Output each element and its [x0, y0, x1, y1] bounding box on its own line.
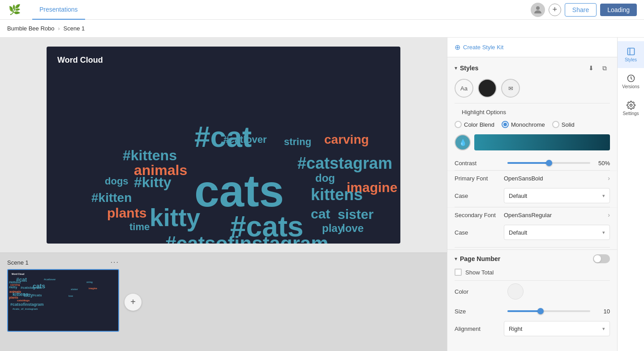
avatar: [531, 3, 545, 17]
alignment-select[interactable]: Right ▾: [504, 321, 610, 336]
logo: 🌿: [7, 3, 21, 17]
contrast-label: Contrast: [455, 160, 504, 167]
style-preset-dark[interactable]: [478, 79, 497, 98]
download-styles-btn[interactable]: ⬇: [586, 63, 597, 73]
case-select-chevron: ▾: [602, 193, 605, 199]
sidebar-styles-btn[interactable]: Styles: [618, 41, 644, 68]
show-total-label: Show Total: [465, 269, 494, 276]
show-total-checkbox[interactable]: [455, 269, 462, 276]
case-select[interactable]: Default ▾: [504, 188, 610, 203]
sidebar-settings-btn[interactable]: Settings: [618, 95, 644, 122]
loading-button[interactable]: Loading: [600, 4, 637, 16]
secondary-font-label: Secondary Font: [455, 212, 504, 218]
word-cloud: #catcats#kittens#kittykitty#catlover#cat…: [47, 47, 400, 244]
share-button[interactable]: Share: [565, 3, 597, 17]
size-value: 10: [594, 308, 610, 315]
svg-rect-1: [627, 48, 634, 55]
primary-font-chevron[interactable]: ›: [608, 175, 610, 182]
primary-font-label: Primary Font: [455, 175, 504, 182]
secondary-font-value: OpenSansRegular: [504, 212, 608, 218]
plus-button[interactable]: +: [549, 4, 561, 16]
styles-section-title: Styles: [460, 64, 583, 72]
presentations-tab[interactable]: Presentations: [32, 0, 85, 20]
size-label: Size: [455, 308, 504, 315]
primary-font-value: OpenSansBold: [504, 175, 608, 182]
page-number-title: Page Number: [460, 255, 590, 262]
style-preset-text[interactable]: Aa: [455, 79, 473, 98]
contrast-slider[interactable]: [507, 158, 590, 167]
breadcrumb-scene: Scene 1: [64, 25, 85, 32]
color-picker-button[interactable]: 💧: [455, 134, 471, 150]
scene-menu-button[interactable]: ···: [111, 258, 119, 266]
svg-point-4: [630, 104, 632, 107]
scene-thumbnail[interactable]: Word Cloud #catstagram cats kittens #cat…: [7, 269, 119, 332]
highlight-options-label: Highlight Options: [455, 107, 610, 119]
contrast-value: 50%: [594, 160, 610, 167]
styles-section-chevron[interactable]: ▾: [455, 65, 457, 71]
page-number-chevron[interactable]: ▾: [455, 256, 457, 262]
radio-monochrome[interactable]: Monochrome: [502, 121, 545, 128]
case-label: Case: [455, 193, 504, 199]
secondary-font-chevron[interactable]: ›: [608, 211, 610, 218]
alignment-select-chevron: ▾: [602, 326, 605, 332]
breadcrumb-project[interactable]: Bumble Bee Robo: [7, 25, 55, 32]
radio-solid[interactable]: Solid: [552, 121, 575, 128]
sidebar-versions-btn[interactable]: Versions: [618, 68, 644, 95]
slide-canvas: Word Cloud #catcats#kittens#kittykitty#c…: [47, 47, 400, 244]
page-number-toggle[interactable]: [593, 254, 610, 263]
color-swatch[interactable]: [507, 283, 524, 300]
add-scene-button[interactable]: +: [125, 294, 142, 311]
case2-label: Case: [455, 229, 504, 236]
radio-color-blend[interactable]: Color Blend: [455, 121, 494, 128]
scene-label: Scene 1: [7, 259, 29, 266]
size-slider[interactable]: [507, 307, 590, 316]
svg-point-0: [536, 6, 540, 10]
eyedropper-icon: 💧: [459, 139, 467, 146]
breadcrumb-separator: ›: [58, 26, 60, 32]
case2-select-chevron: ▾: [602, 230, 605, 235]
gradient-bar[interactable]: [474, 134, 610, 150]
copy-styles-btn[interactable]: ⧉: [599, 63, 610, 73]
create-style-kit-btn[interactable]: ⊕ Create Style Kit: [455, 43, 610, 51]
alignment-label: Alignment: [455, 325, 504, 332]
case2-select[interactable]: Default ▾: [504, 225, 610, 240]
style-preset-envelope[interactable]: ✉: [501, 79, 520, 98]
color-label: Color: [455, 288, 504, 295]
